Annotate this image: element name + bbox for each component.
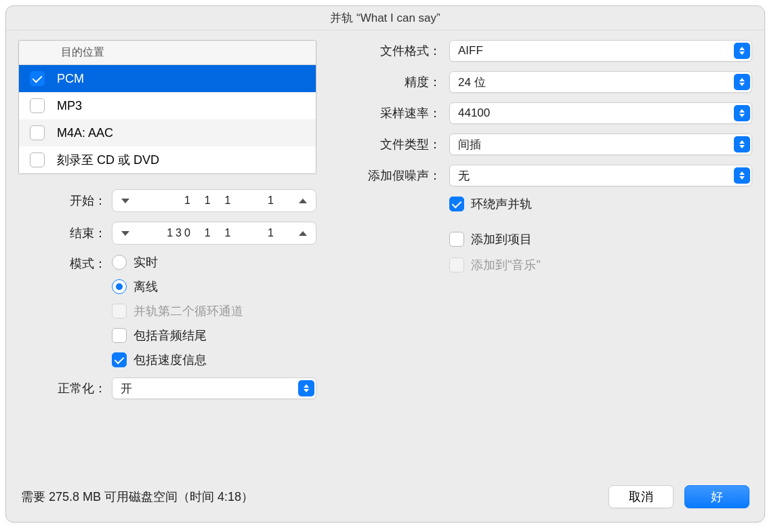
destination-label: 刻录至 CD 或 DVD: [57, 152, 159, 168]
normalize-label: 正常化：: [18, 380, 106, 396]
file-type-row: 文件类型： 间插: [353, 134, 752, 155]
dither-select[interactable]: 无: [449, 165, 752, 186]
select-value: 24 位: [458, 75, 486, 90]
sample-rate-row: 采样速率： 44100: [353, 102, 752, 124]
checkbox-pcm[interactable]: [30, 71, 45, 86]
bounce-dialog: 并轨 “What I can say” 目的位置 PCM MP3 M4A: AA…: [5, 5, 765, 523]
select-value: AIFF: [458, 44, 483, 58]
mode-offline[interactable]: 离线: [112, 279, 243, 295]
end-row: 结束： 130 1 1 1: [18, 222, 316, 245]
left-column: 目的位置 PCM MP3 M4A: AAC 刻录至 CD 或 DVD: [18, 40, 316, 478]
destination-row-mp3[interactable]: MP3: [19, 92, 316, 119]
second-pass-label: 并轨第二个循环通道: [133, 303, 243, 319]
file-format-label: 文件格式：: [353, 43, 441, 59]
normalize-select[interactable]: 开: [112, 377, 316, 399]
mode-row: 模式： 实时 离线 并轨第二个循环通道: [18, 254, 316, 368]
resolution-row: 精度： 24 位: [353, 71, 752, 93]
checkbox-surround[interactable]: [449, 197, 464, 211]
dialog-footer: 需要 275.8 MB 可用磁盘空间（时间 4:18） 取消 好: [6, 478, 764, 522]
add-music-row: 添加到"音乐": [449, 257, 752, 273]
radio-realtime[interactable]: [112, 255, 127, 270]
checkbox-mp3[interactable]: [30, 98, 45, 113]
cancel-button[interactable]: 取消: [608, 485, 674, 508]
updown-icon: [734, 74, 750, 90]
include-tempo-label: 包括速度信息: [133, 352, 207, 368]
checkbox-burn[interactable]: [30, 152, 45, 167]
add-music-label: 添加到"音乐": [471, 257, 541, 273]
updown-icon: [298, 380, 314, 396]
checkbox-second-pass: [112, 304, 127, 319]
dither-label: 添加假噪声：: [353, 167, 441, 184]
destination-header: 目的位置: [19, 41, 316, 65]
file-format-row: 文件格式： AIFF: [353, 40, 752, 62]
include-tempo-row[interactable]: 包括速度信息: [112, 352, 243, 368]
checkbox-include-tail[interactable]: [112, 328, 127, 343]
file-format-select[interactable]: AIFF: [449, 40, 752, 62]
end-field[interactable]: 130 1 1 1: [112, 222, 316, 245]
surround-label: 环绕声并轨: [471, 196, 532, 212]
mode-realtime[interactable]: 实时: [112, 254, 243, 270]
select-value: 无: [458, 168, 470, 184]
updown-icon: [734, 167, 750, 184]
select-value: 间插: [458, 137, 481, 152]
destination-row-burn[interactable]: 刻录至 CD 或 DVD: [19, 146, 316, 173]
destination-label: MP3: [57, 99, 82, 113]
start-row: 开始： 1 1 1 1: [18, 189, 316, 212]
checkbox-add-project[interactable]: [449, 232, 464, 247]
add-project-label: 添加到项目: [471, 231, 532, 247]
checkbox-include-tempo[interactable]: [112, 352, 127, 367]
destination-row-m4a[interactable]: M4A: AAC: [19, 119, 316, 146]
file-type-label: 文件类型：: [353, 136, 441, 152]
checkbox-m4a[interactable]: [30, 125, 45, 140]
start-label: 开始：: [18, 192, 106, 209]
surround-row[interactable]: 环绕声并轨: [449, 196, 752, 212]
window-title: 并轨 “What I can say”: [6, 6, 764, 30]
sample-rate-label: 采样速率：: [353, 105, 441, 121]
destination-list: 目的位置 PCM MP3 M4A: AAC 刻录至 CD 或 DVD: [18, 40, 316, 174]
sample-rate-select[interactable]: 44100: [449, 102, 752, 124]
dither-row: 添加假噪声： 无: [353, 165, 752, 186]
right-column: 文件格式： AIFF 精度： 24 位 采样速率： 44100: [353, 40, 752, 478]
chevron-down-icon[interactable]: [115, 192, 136, 209]
file-type-select[interactable]: 间插: [449, 134, 752, 155]
updown-icon: [734, 136, 750, 152]
second-pass-row: 并轨第二个循环通道: [112, 303, 243, 319]
chevron-down-icon[interactable]: [115, 224, 136, 242]
include-tail-label: 包括音频结尾: [133, 327, 207, 344]
dialog-content: 目的位置 PCM MP3 M4A: AAC 刻录至 CD 或 DVD: [6, 30, 764, 478]
radio-offline[interactable]: [112, 279, 127, 294]
updown-icon: [734, 43, 750, 59]
normalize-row: 正常化： 开: [18, 377, 316, 399]
destination-label: M4A: AAC: [57, 126, 113, 140]
select-value: 开: [121, 381, 132, 396]
destination-label: PCM: [57, 72, 84, 86]
checkbox-add-music: [449, 258, 464, 272]
include-tail-row[interactable]: 包括音频结尾: [112, 327, 243, 344]
destination-row-pcm[interactable]: PCM: [19, 65, 316, 92]
end-value[interactable]: 130 1 1 1: [136, 227, 293, 239]
mode-option-label: 离线: [133, 279, 158, 295]
updown-icon: [734, 105, 750, 121]
add-project-row[interactable]: 添加到项目: [449, 231, 752, 247]
status-text: 需要 275.8 MB 可用磁盘空间（时间 4:18）: [21, 489, 253, 505]
resolution-select[interactable]: 24 位: [449, 71, 752, 93]
select-value: 44100: [458, 106, 490, 120]
start-field[interactable]: 1 1 1 1: [112, 189, 316, 212]
ok-button[interactable]: 好: [684, 485, 749, 508]
end-label: 结束：: [18, 225, 106, 241]
start-value[interactable]: 1 1 1 1: [136, 195, 293, 207]
mode-label: 模式：: [18, 254, 106, 272]
chevron-up-icon[interactable]: [293, 224, 313, 242]
chevron-up-icon[interactable]: [293, 192, 313, 209]
resolution-label: 精度：: [353, 74, 441, 90]
mode-option-label: 实时: [133, 254, 158, 270]
